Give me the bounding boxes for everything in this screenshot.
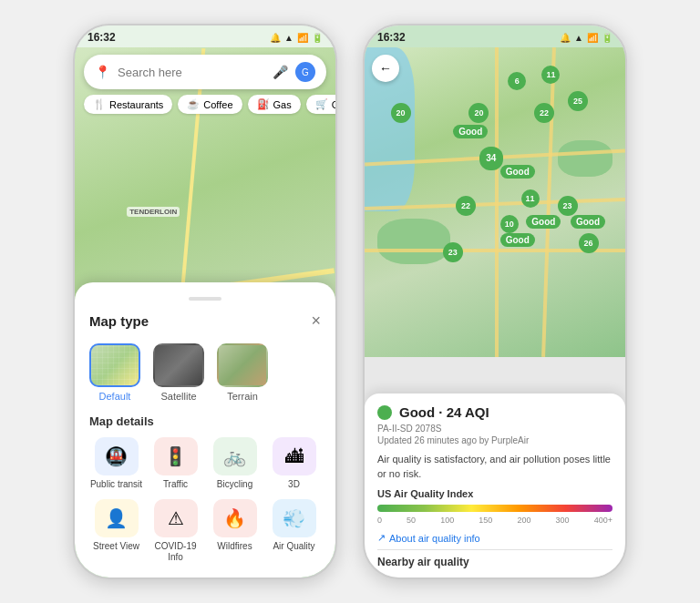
- scale-300: 300: [556, 516, 570, 525]
- map-type-satellite-thumb: [153, 343, 204, 387]
- right-signal-icon: 📶: [587, 33, 598, 43]
- streetview-icon: 👤: [95, 499, 139, 537]
- scale-100: 100: [440, 516, 454, 525]
- sheet-handle: [189, 297, 221, 301]
- scale-200: 200: [517, 516, 530, 525]
- details-section-label: Map details: [89, 414, 321, 428]
- link-icon: ↗: [377, 532, 386, 544]
- user-avatar[interactable]: G: [295, 62, 315, 82]
- maps-pin-icon: 📍: [95, 65, 110, 79]
- right-map-area[interactable]: 6 11 20 20 Good 22 25 34 Good 22 11 23 G…: [365, 47, 625, 357]
- covid-label: COVID-19 Info: [149, 541, 202, 563]
- aqi-bubble-good-c[interactable]: Good: [526, 215, 561, 229]
- aqi-bubble-11b[interactable]: 11: [521, 189, 540, 208]
- battery-icon: 🔋: [312, 33, 323, 43]
- aqi-bubble-20a[interactable]: 20: [391, 103, 411, 123]
- aqi-bubble-20b[interactable]: 20: [468, 103, 489, 123]
- notification-icon: 🔔: [270, 33, 281, 43]
- aqi-index-label: US Air Quality Index: [377, 488, 612, 499]
- transit-label: Public transit: [90, 479, 142, 490]
- info-header: Good · 24 AQI: [377, 404, 612, 420]
- aqi-bubble-26[interactable]: 26: [579, 233, 599, 253]
- aqi-scale-bar: [377, 505, 612, 512]
- biking-label: Bicycling: [217, 479, 252, 490]
- close-button[interactable]: ×: [311, 312, 321, 331]
- mic-icon[interactable]: 🎤: [273, 65, 288, 79]
- aqi-bubble-good-b[interactable]: Good: [500, 165, 535, 179]
- map-type-terrain-label: Terrain: [227, 391, 258, 402]
- aqi-scale-labels: 0 50 100 150 200 300 400+: [377, 516, 612, 525]
- aqi-bubble-good-a[interactable]: Good: [453, 125, 488, 138]
- aqi-bubble-23a[interactable]: 23: [558, 196, 578, 216]
- right-status-bar: 16:32 🔔 ▲ 📶 🔋: [365, 26, 625, 47]
- right-notification-icon: 🔔: [560, 33, 571, 43]
- aqi-bubble-good-e[interactable]: Good: [500, 233, 535, 247]
- map-type-satellite[interactable]: Satellite: [153, 343, 204, 402]
- thumb-grid: [91, 345, 139, 385]
- aqi-bubble-25[interactable]: 25: [568, 91, 588, 111]
- gas-icon: ⛽: [257, 98, 270, 110]
- aqi-value-text: 24 AQI: [447, 404, 489, 420]
- aqi-bubble-22b[interactable]: 22: [456, 196, 476, 216]
- map-type-default-label: Default: [99, 391, 131, 402]
- detail-covid[interactable]: ⚠ COVID-19 Info: [149, 499, 202, 563]
- right-map-background: 6 11 20 20 Good 22 25 34 Good 22 11 23 G…: [365, 47, 625, 357]
- aqi-bubble-22a[interactable]: 22: [534, 103, 554, 123]
- filter-chips-row: 🍴 Restaurants ☕ Coffee ⛽ Gas 🛒 Grocer: [75, 95, 335, 114]
- left-status-icons: 🔔 ▲ 📶 🔋: [270, 33, 323, 43]
- back-button[interactable]: ←: [372, 55, 399, 82]
- streetview-label: Street View: [93, 541, 139, 552]
- chip-restaurants[interactable]: 🍴 Restaurants: [84, 95, 172, 114]
- chip-grocery[interactable]: 🛒 Grocer: [306, 95, 335, 114]
- aqi-bubble-good-d[interactable]: Good: [571, 215, 605, 229]
- search-bar: 📍 Search here 🎤 G: [75, 47, 335, 97]
- right-battery-icon: 🔋: [602, 33, 612, 43]
- chip-coffee-label: Coffee: [203, 99, 232, 110]
- detail-3d[interactable]: 🏙 3D: [267, 437, 321, 490]
- aqi-bubble-34[interactable]: 34: [479, 147, 503, 170]
- covid-icon: ⚠: [154, 499, 198, 537]
- about-link-text: About air quality info: [389, 533, 480, 544]
- search-input-container[interactable]: 📍 Search here 🎤 G: [84, 55, 326, 89]
- about-link[interactable]: ↗ About air quality info: [377, 532, 612, 544]
- sheet-header: Map type ×: [89, 312, 321, 331]
- scale-150: 150: [479, 516, 492, 525]
- info-panel: Good · 24 AQI PA-II-SD 2078S Updated 26 …: [365, 393, 625, 577]
- wildfires-icon: 🔥: [213, 499, 257, 537]
- right-status-icons: 🔔 ▲ 📶 🔋: [560, 33, 612, 43]
- nearby-label: Nearby air quality: [377, 556, 612, 568]
- map-type-terrain-thumb: [217, 343, 268, 387]
- map-type-default[interactable]: Default: [89, 343, 140, 402]
- aqi-bubble-23b[interactable]: 23: [443, 242, 463, 262]
- threed-label: 3D: [288, 479, 300, 490]
- detail-bicycling[interactable]: 🚲 Bicycling: [208, 437, 262, 490]
- chip-gas[interactable]: ⛽ Gas: [248, 95, 301, 114]
- left-time: 16:32: [88, 31, 116, 44]
- right-wifi-icon: ▲: [574, 33, 583, 43]
- detail-streetview[interactable]: 👤 Street View: [89, 499, 143, 563]
- detail-traffic[interactable]: 🚦 Traffic: [149, 437, 202, 490]
- bottom-sheet: Map type × Default Satellite Terrain Map…: [75, 282, 335, 577]
- aqi-bubble-10[interactable]: 10: [500, 215, 519, 233]
- wifi-icon: ▲: [284, 33, 293, 43]
- detail-airquality[interactable]: 💨 Air Quality: [267, 499, 321, 563]
- detail-transit[interactable]: 🚇 Public transit: [89, 437, 143, 490]
- search-placeholder: Search here: [118, 66, 265, 79]
- scale-50: 50: [407, 516, 416, 525]
- aqi-status-dot: [377, 405, 392, 420]
- chip-coffee[interactable]: ☕ Coffee: [178, 95, 242, 114]
- chip-gas-label: Gas: [273, 99, 292, 110]
- aqi-bubble-6[interactable]: 6: [508, 72, 526, 90]
- scale-0: 0: [377, 516, 382, 525]
- aqi-bubble-11a[interactable]: 11: [541, 66, 560, 84]
- chip-restaurants-label: Restaurants: [109, 99, 163, 110]
- details-grid: 🚇 Public transit 🚦 Traffic 🚲 Bicycling 🏙…: [89, 437, 321, 563]
- biking-icon: 🚲: [213, 437, 257, 475]
- aqi-status-text: Good: [399, 404, 435, 420]
- map-type-terrain[interactable]: Terrain: [217, 343, 268, 402]
- divider: [377, 549, 612, 550]
- map-type-satellite-label: Satellite: [160, 391, 196, 402]
- right-time: 16:32: [377, 31, 406, 44]
- scale-400: 400+: [594, 516, 612, 525]
- detail-wildfires[interactable]: 🔥 Wildfires: [208, 499, 262, 563]
